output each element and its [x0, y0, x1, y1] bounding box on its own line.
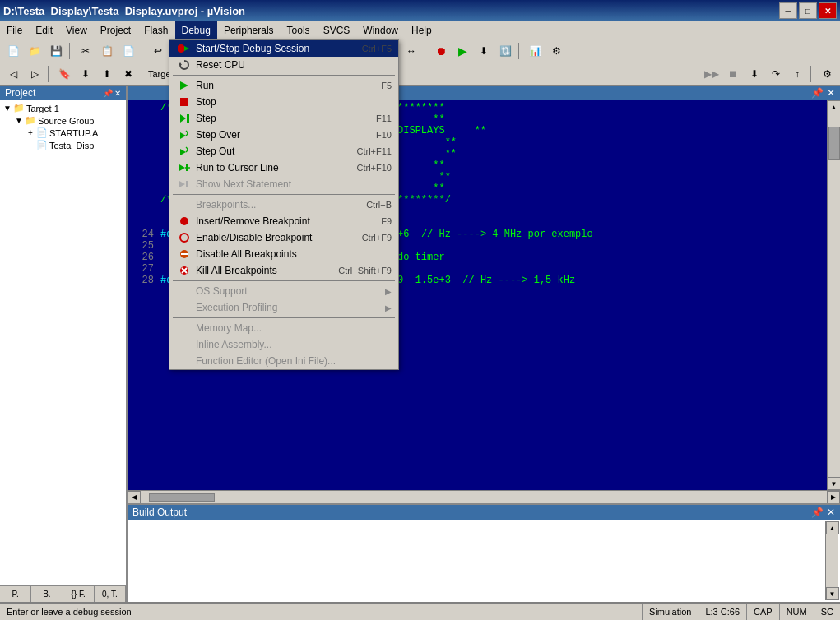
disable-all-bp-label: Disable All Breakpoints: [196, 248, 385, 260]
svg-marker-7: [180, 132, 186, 139]
run-cursor-shortcut: Ctrl+F10: [357, 163, 392, 173]
menu-sep4: [173, 317, 395, 318]
menu-step-over[interactable]: Step Over F10: [169, 127, 398, 143]
enable-bp-label: Enable/Disable Breakpoint: [196, 232, 355, 243]
reset-cpu-icon: [176, 59, 193, 71]
reset-cpu-label: Reset CPU: [196, 59, 385, 71]
svg-marker-13: [179, 181, 185, 187]
dropdown-overlay[interactable]: Start/Stop Debug Session Ctrl+F5 Reset C…: [0, 0, 840, 620]
start-stop-icon: [176, 43, 193, 54]
menu-enable-bp[interactable]: Enable/Disable Breakpoint Ctrl+F9: [169, 229, 398, 246]
svg-rect-6: [187, 114, 189, 123]
os-support-arrow: ▶: [385, 287, 392, 296]
run-label: Run: [196, 80, 374, 91]
exec-profiling-arrow: ▶: [385, 303, 392, 312]
svg-marker-8: [180, 149, 186, 155]
svg-point-16: [180, 234, 188, 242]
step-over-icon: [176, 129, 193, 141]
enable-bp-shortcut: Ctrl+F9: [362, 233, 392, 243]
start-stop-label: Start/Stop Debug Session: [196, 43, 355, 54]
menu-run-cursor[interactable]: Run to Cursor Line Ctrl+F10: [169, 160, 398, 176]
menu-stop[interactable]: Stop: [169, 94, 398, 110]
svg-marker-1: [184, 46, 189, 51]
menu-sep1: [173, 75, 395, 76]
step-out-icon: [176, 146, 193, 157]
menu-run[interactable]: Run F5: [169, 77, 398, 94]
exec-profiling-label: Execution Profiling: [196, 302, 385, 313]
menu-kill-all-bp[interactable]: Kill All Breakpoints Ctrl+Shift+F9: [169, 262, 398, 279]
run-cursor-icon: [176, 162, 193, 174]
disable-all-bp-icon: [176, 248, 193, 260]
os-support-label: OS Support: [196, 285, 385, 297]
insert-bp-label: Insert/Remove Breakpoint: [196, 215, 374, 227]
svg-marker-2: [179, 62, 182, 65]
run-icon: [176, 80, 193, 91]
show-next-label: Show Next Statement: [196, 178, 385, 190]
menu-breakpoints[interactable]: Breakpoints... Ctrl+B: [169, 197, 398, 213]
menu-start-stop[interactable]: Start/Stop Debug Session Ctrl+F5: [169, 40, 398, 57]
debug-menu: Start/Stop Debug Session Ctrl+F5 Reset C…: [169, 39, 399, 370]
breakpoints-label: Breakpoints...: [196, 199, 360, 211]
kill-all-bp-icon: [176, 265, 193, 276]
step-out-shortcut: Ctrl+F11: [357, 146, 392, 156]
svg-point-15: [180, 217, 188, 225]
menu-exec-profiling[interactable]: Execution Profiling ▶: [169, 299, 398, 316]
show-next-icon: [176, 178, 193, 190]
menu-reset-cpu[interactable]: Reset CPU: [169, 57, 398, 73]
insert-bp-icon: [176, 215, 193, 227]
enable-bp-icon: [176, 232, 193, 243]
step-icon: [176, 113, 193, 124]
stop-icon: [176, 96, 193, 108]
memory-map-label: Memory Map...: [196, 322, 392, 334]
stop-label: Stop: [196, 96, 385, 108]
function-editor-label: Function Editor (Open Ini File)...: [196, 355, 392, 367]
step-over-label: Step Over: [196, 129, 369, 141]
insert-bp-shortcut: F9: [381, 216, 392, 226]
menu-step[interactable]: Step F11: [169, 110, 398, 127]
run-cursor-label: Run to Cursor Line: [196, 162, 350, 174]
step-label: Step: [196, 113, 369, 124]
breakpoints-shortcut: Ctrl+B: [366, 200, 392, 210]
menu-insert-bp[interactable]: Insert/Remove Breakpoint F9: [169, 213, 398, 229]
run-shortcut: F5: [381, 81, 392, 90]
svg-marker-3: [180, 81, 188, 90]
inline-asm-label: Inline Assembly...: [196, 339, 392, 350]
menu-disable-all-bp[interactable]: Disable All Breakpoints: [169, 246, 398, 262]
menu-os-support[interactable]: OS Support ▶: [169, 283, 398, 299]
svg-rect-4: [180, 98, 188, 106]
svg-marker-10: [179, 164, 185, 171]
step-shortcut: F11: [376, 113, 392, 123]
menu-function-editor[interactable]: Function Editor (Open Ini File)...: [169, 353, 398, 369]
svg-marker-5: [180, 114, 186, 123]
menu-sep3: [173, 280, 395, 281]
kill-all-bp-label: Kill All Breakpoints: [196, 265, 332, 276]
start-stop-shortcut: Ctrl+F5: [362, 44, 392, 53]
menu-sep2: [173, 194, 395, 195]
kill-all-bp-shortcut: Ctrl+Shift+F9: [338, 266, 392, 275]
menu-step-out[interactable]: Step Out Ctrl+F11: [169, 143, 398, 160]
step-over-shortcut: F10: [376, 130, 392, 140]
step-out-label: Step Out: [196, 146, 350, 157]
menu-inline-asm[interactable]: Inline Assembly...: [169, 336, 398, 353]
svg-point-0: [178, 44, 185, 53]
menu-memory-map[interactable]: Memory Map...: [169, 320, 398, 336]
menu-show-next[interactable]: Show Next Statement: [169, 176, 398, 192]
